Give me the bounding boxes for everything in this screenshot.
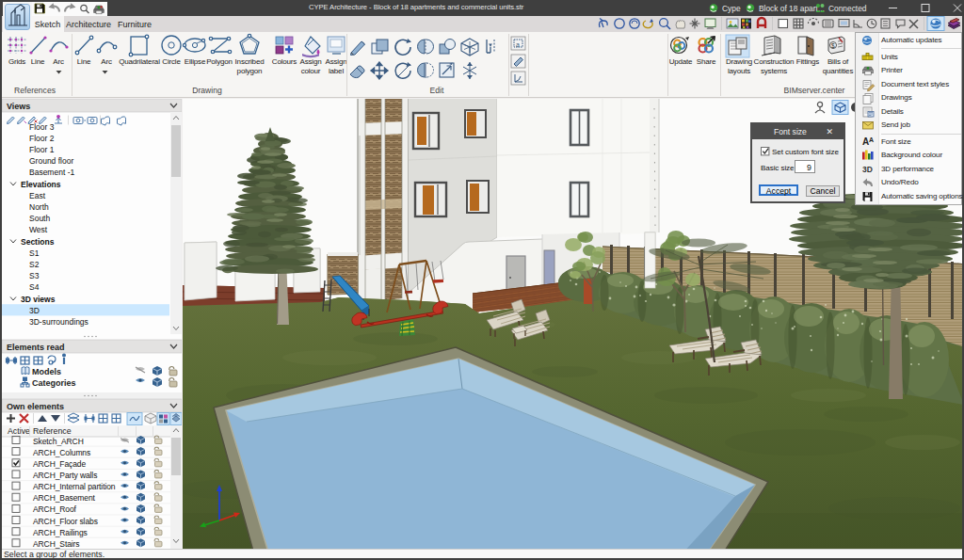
svg-text:ARCH_Stairs: ARCH_Stairs — [33, 539, 79, 549]
svg-text:S3: S3 — [29, 271, 40, 280]
svg-text:3D-surroundings: 3D-surroundings — [29, 317, 88, 327]
svg-text:ARCH_Party walls: ARCH_Party walls — [33, 471, 97, 480]
svg-text:West: West — [29, 225, 48, 234]
svg-text:3D views: 3D views — [21, 295, 56, 304]
svg-text:Basement -1: Basement -1 — [29, 168, 74, 177]
svg-text:South: South — [29, 214, 50, 223]
svg-text:a: a — [516, 41, 520, 48]
svg-text:ARCH_Façade: ARCH_Façade — [33, 459, 86, 469]
svg-text:S4: S4 — [29, 282, 40, 292]
svg-text:3D: 3D — [29, 306, 40, 315]
svg-text:ARCH_Roof: ARCH_Roof — [33, 504, 77, 514]
svg-text:North: North — [29, 202, 49, 212]
svg-text:ARCH_Columns: ARCH_Columns — [33, 448, 90, 457]
svg-text:Elements read: Elements read — [7, 343, 65, 352]
svg-text:East: East — [29, 191, 46, 200]
svg-text:Sections: Sections — [21, 237, 55, 247]
svg-text:S1: S1 — [29, 248, 40, 258]
svg-text:A: A — [869, 136, 874, 143]
svg-text:Ground floor: Ground floor — [29, 156, 73, 166]
svg-text:S2: S2 — [29, 260, 40, 269]
svg-text:Models: Models — [32, 367, 61, 376]
svg-text:ARCH_Floor slabs: ARCH_Floor slabs — [33, 517, 98, 526]
svg-text:Views: Views — [7, 102, 30, 111]
svg-text:$: $ — [831, 42, 835, 49]
svg-text:3D: 3D — [862, 165, 873, 174]
svg-text:Floor 2: Floor 2 — [29, 134, 55, 143]
svg-text:Own elements: Own elements — [7, 402, 64, 411]
svg-text:Categories: Categories — [32, 378, 76, 388]
svg-text:ARCH_Basement: ARCH_Basement — [33, 493, 96, 503]
svg-text:Elevations: Elevations — [21, 180, 61, 189]
svg-text:Floor 1: Floor 1 — [29, 145, 55, 154]
svg-text:ARCH_Internal partition: ARCH_Internal partition — [33, 482, 116, 491]
svg-text:ARCH_Railings: ARCH_Railings — [33, 528, 88, 537]
svg-text:Floor 3: Floor 3 — [29, 122, 55, 132]
svg-text:Sketch_ARCH: Sketch_ARCH — [33, 437, 84, 446]
